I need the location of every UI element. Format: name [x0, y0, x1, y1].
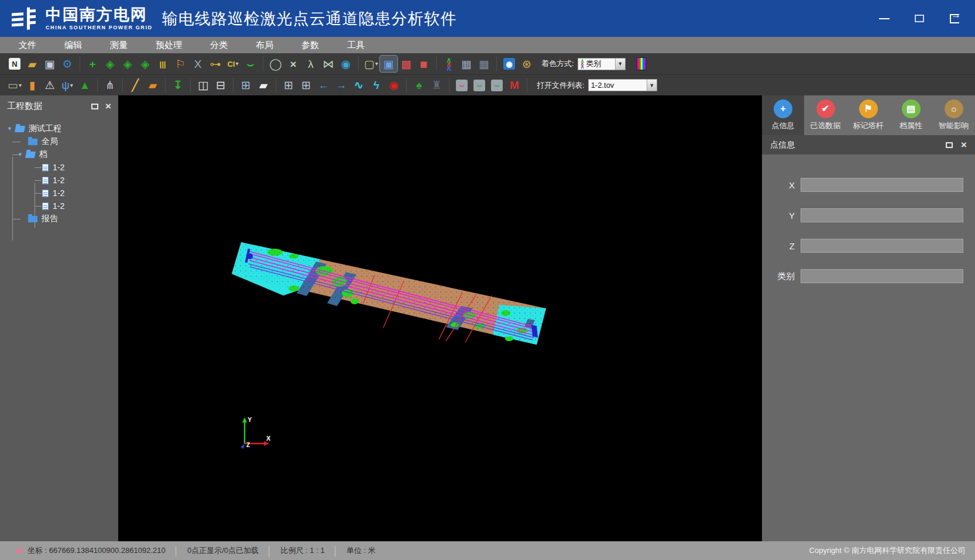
tree-icon[interactable]: ♠ [410, 77, 428, 94]
cross-section-x-icon[interactable]: ◈ [101, 56, 119, 72]
x-field-input[interactable] [801, 178, 963, 192]
tree-item-档[interactable]: ▼档 [0, 148, 118, 161]
minimize-icon [879, 18, 890, 19]
tab-point-info[interactable]: +点信息 [762, 99, 804, 131]
panel-close-icon[interactable]: × [105, 101, 111, 111]
deselect-points-icon[interactable]: ▩ [415, 56, 432, 72]
palette-icon[interactable]: ⊛ [518, 56, 535, 72]
maximize-button[interactable] [913, 12, 926, 25]
span-curve-green-icon[interactable]: ⌣ [488, 77, 506, 94]
tree-item-1-2[interactable]: 1-2 [0, 187, 118, 200]
file-list-select[interactable]: 1-2.tov ▼ [588, 79, 657, 91]
ground-extract-icon[interactable]: ▲ [76, 77, 94, 94]
delete-points-icon[interactable]: × [284, 56, 302, 72]
y-field-input[interactable] [801, 208, 963, 222]
cross-section-y-icon[interactable]: ◈ [119, 56, 136, 72]
grid-delete-icon[interactable]: ▦ [458, 56, 475, 72]
tab-span-attr[interactable]: ▤档属性 [890, 99, 932, 131]
toolbar-separator [449, 78, 449, 92]
key-tool-icon[interactable]: ⊶ [207, 56, 224, 72]
vector-branch-icon[interactable]: ψ▾ [59, 77, 76, 94]
section-flag-icon[interactable]: ⚐ [171, 56, 189, 72]
split-vertical-icon[interactable]: ◫ [194, 77, 212, 94]
measure-disabled-icon[interactable]: X [189, 56, 207, 72]
settings-gear-icon[interactable]: ⚙ [59, 56, 76, 72]
category-field-input[interactable] [801, 269, 963, 283]
tab-smart-impact[interactable]: ☼智能影响 [933, 99, 975, 131]
z-field-input[interactable] [801, 239, 963, 253]
folder-open-icon[interactable]: ▰ [255, 77, 272, 94]
swap-tool-icon[interactable]: ⋈ [320, 56, 337, 72]
zigzag-icon[interactable]: ϟ [368, 77, 385, 94]
next-view-icon[interactable]: → [332, 77, 350, 94]
split-horizontal-icon-glyph: ⊟ [216, 80, 225, 91]
move-tool-icon[interactable]: + [84, 56, 101, 72]
view-paste-icon[interactable]: ⊞ [297, 77, 315, 94]
tree-expander-icon[interactable]: ▼ [7, 126, 15, 132]
marker-m-icon[interactable]: M [506, 77, 523, 94]
polyline-icon[interactable]: ∿ [350, 77, 368, 94]
folder-open-icon [15, 126, 25, 132]
menu-item[interactable]: 工具 [333, 37, 379, 53]
snapshot-camera-icon[interactable]: ◉ [500, 56, 518, 72]
select-rect-icon[interactable]: ▢▾ [362, 56, 380, 72]
ruler-vertical-icon[interactable]: ▮ [23, 77, 41, 94]
panel-close-icon[interactable]: × [961, 140, 967, 150]
layer-stack-icon[interactable]: ∧∧∧ [440, 56, 458, 72]
prev-view-icon[interactable]: ← [315, 77, 332, 94]
tree-item-测试工程[interactable]: ▼测试工程 [0, 122, 118, 135]
tree-item-1-2[interactable]: 1-2 [0, 174, 118, 187]
tree-item-1-2[interactable]: 1-2 [0, 200, 118, 212]
profile-lines-icon[interactable]: ||| [154, 56, 171, 72]
catenary-tool-icon[interactable]: ⌣ [242, 56, 259, 72]
select-points-icon[interactable]: ▩ [397, 56, 415, 72]
clean-broom-icon[interactable]: ╱ [126, 77, 144, 94]
visibility-eye-icon[interactable]: ◉ [337, 56, 355, 72]
menu-item[interactable]: 编辑 [50, 37, 96, 53]
rainbow-legend-icon[interactable] [633, 56, 650, 72]
menu-item[interactable]: 参数 [287, 37, 333, 53]
windows-cascade-icon[interactable]: ⊞ [237, 77, 255, 94]
tree-item-全局[interactable]: 全局 [0, 135, 118, 148]
grid-cursor-icon[interactable]: ▦ [475, 56, 493, 72]
span-curve-mixed-icon[interactable]: ⌣ [471, 77, 488, 94]
tree-item-报告[interactable]: 报告 [0, 212, 118, 225]
exit-button[interactable]: → [948, 12, 961, 25]
panel-maximize-icon[interactable] [946, 142, 953, 148]
view-copy-icon[interactable]: ⊞ [280, 77, 297, 94]
menu-item[interactable]: 分类 [196, 37, 242, 53]
hazard-analysis-icon[interactable]: ⚠ [41, 77, 59, 94]
save-icon[interactable]: ▣ [41, 56, 59, 72]
location-pin-icon[interactable]: ◉ [385, 77, 403, 94]
ruler-diagonal-icon[interactable]: ▰ [144, 77, 162, 94]
span-curve-red-icon[interactable]: ⌣ [453, 77, 471, 94]
tree-expander-icon[interactable]: ▼ [18, 152, 26, 157]
new-file-icon[interactable]: N [6, 56, 23, 72]
drop-line-icon[interactable]: ↧ [169, 77, 187, 94]
tree-item-1-2[interactable]: 1-2 [0, 161, 118, 174]
pick-tool-icon[interactable]: λ [302, 56, 320, 72]
network-nodes-icon[interactable]: ⋔ [101, 77, 119, 94]
tab-selected-data[interactable]: ✔已选数据 [805, 99, 847, 131]
menu-item[interactable]: 测量 [96, 37, 142, 53]
rotate-tool-icon[interactable]: ◯ [267, 56, 284, 72]
classify-ci-icon[interactable]: CI▾ [224, 56, 242, 72]
menu-item[interactable]: 布局 [242, 37, 287, 53]
cross-section-z-icon[interactable]: ◈ [136, 56, 154, 72]
open-folder-icon[interactable]: ▰ [23, 56, 41, 72]
delete-points-icon-glyph: × [290, 59, 296, 70]
select-box-active-icon[interactable]: ▣ [380, 56, 397, 72]
viewport-3d[interactable]: Y X Z [118, 95, 762, 541]
snap-mode-icon-glyph: ▭ [8, 80, 18, 91]
tower-icon[interactable]: ♜ [428, 77, 445, 94]
minimize-button[interactable] [878, 12, 891, 25]
menu-item[interactable]: 预处理 [142, 37, 196, 53]
split-horizontal-icon[interactable]: ⊟ [212, 77, 229, 94]
point-cloud-canvas[interactable]: Y X Z [118, 95, 762, 541]
coloring-mode-select[interactable]: ∧∧∧ 类别 ▼ [578, 58, 626, 70]
snap-mode-icon[interactable]: ▭▾ [6, 77, 23, 94]
tab-mark-tower[interactable]: ⚑标记塔杆 [847, 99, 890, 131]
point-cloud-strip[interactable] [232, 242, 546, 345]
menu-item[interactable]: 文件 [5, 37, 50, 53]
panel-maximize-icon[interactable] [91, 104, 98, 109]
